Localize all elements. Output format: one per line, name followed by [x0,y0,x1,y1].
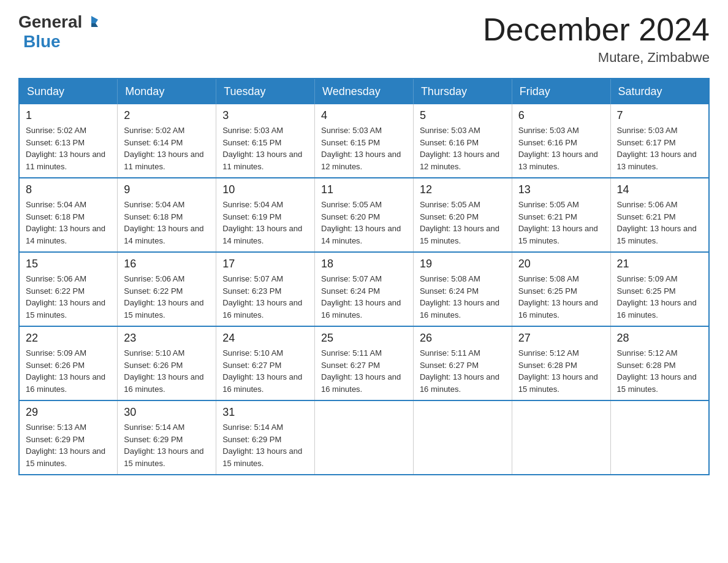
day-number: 13 [518,183,604,196]
calendar-cell: 25 Sunrise: 5:11 AM Sunset: 6:27 PM Dayl… [315,326,414,400]
day-info: Sunrise: 5:05 AM Sunset: 6:21 PM Dayligh… [518,199,604,247]
calendar-cell: 15 Sunrise: 5:06 AM Sunset: 6:22 PM Dayl… [19,252,118,326]
logo-general-text: General [18,12,82,32]
day-info: Sunrise: 5:05 AM Sunset: 6:20 PM Dayligh… [420,199,506,247]
day-info: Sunrise: 5:04 AM Sunset: 6:18 PM Dayligh… [26,199,111,247]
day-info: Sunrise: 5:04 AM Sunset: 6:19 PM Dayligh… [222,199,308,247]
calendar-cell: 27 Sunrise: 5:12 AM Sunset: 6:28 PM Dayl… [512,326,610,400]
calendar-cell [413,400,512,475]
day-number: 14 [617,183,702,196]
col-header-saturday: Saturday [610,79,709,104]
week-row-1: 1 Sunrise: 5:02 AM Sunset: 6:13 PM Dayli… [19,104,709,178]
day-number: 4 [321,109,407,122]
day-number: 7 [617,109,702,122]
day-info: Sunrise: 5:03 AM Sunset: 6:17 PM Dayligh… [617,124,702,172]
calendar-table: SundayMondayTuesdayWednesdayThursdayFrid… [18,78,710,475]
col-header-thursday: Thursday [413,79,512,104]
calendar-cell: 13 Sunrise: 5:05 AM Sunset: 6:21 PM Dayl… [512,178,610,252]
calendar-cell: 23 Sunrise: 5:10 AM Sunset: 6:26 PM Dayl… [118,326,216,400]
calendar-cell: 29 Sunrise: 5:13 AM Sunset: 6:29 PM Dayl… [19,400,118,475]
day-info: Sunrise: 5:04 AM Sunset: 6:18 PM Dayligh… [124,199,210,247]
col-header-sunday: Sunday [19,79,118,104]
day-number: 20 [518,258,604,270]
day-number: 28 [617,332,702,345]
day-info: Sunrise: 5:02 AM Sunset: 6:14 PM Dayligh… [124,124,210,172]
day-number: 1 [26,109,111,122]
calendar-cell: 1 Sunrise: 5:02 AM Sunset: 6:13 PM Dayli… [19,104,118,178]
logo-flag-icon [83,15,99,31]
day-info: Sunrise: 5:11 AM Sunset: 6:27 PM Dayligh… [321,347,407,395]
calendar-header-row: SundayMondayTuesdayWednesdayThursdayFrid… [19,79,709,104]
day-info: Sunrise: 5:07 AM Sunset: 6:24 PM Dayligh… [321,273,407,321]
day-number: 2 [124,109,210,122]
week-row-5: 29 Sunrise: 5:13 AM Sunset: 6:29 PM Dayl… [19,400,709,475]
calendar-cell: 30 Sunrise: 5:14 AM Sunset: 6:29 PM Dayl… [118,400,216,475]
week-row-2: 8 Sunrise: 5:04 AM Sunset: 6:18 PM Dayli… [19,178,709,252]
svg-marker-0 [91,16,98,23]
calendar-cell: 21 Sunrise: 5:09 AM Sunset: 6:25 PM Dayl… [610,252,709,326]
calendar-cell: 31 Sunrise: 5:14 AM Sunset: 6:29 PM Dayl… [216,400,315,475]
logo: General Blue [18,12,99,52]
day-info: Sunrise: 5:09 AM Sunset: 6:25 PM Dayligh… [617,273,702,321]
day-number: 18 [321,258,407,270]
day-number: 29 [26,406,111,419]
day-info: Sunrise: 5:10 AM Sunset: 6:27 PM Dayligh… [222,347,308,395]
calendar-cell: 12 Sunrise: 5:05 AM Sunset: 6:20 PM Dayl… [413,178,512,252]
day-info: Sunrise: 5:06 AM Sunset: 6:22 PM Dayligh… [124,273,210,321]
day-number: 16 [124,258,210,270]
calendar-cell: 17 Sunrise: 5:07 AM Sunset: 6:23 PM Dayl… [216,252,315,326]
day-info: Sunrise: 5:09 AM Sunset: 6:26 PM Dayligh… [26,347,111,395]
calendar-cell: 20 Sunrise: 5:08 AM Sunset: 6:25 PM Dayl… [512,252,610,326]
calendar-cell [315,400,414,475]
calendar-cell: 7 Sunrise: 5:03 AM Sunset: 6:17 PM Dayli… [610,104,709,178]
day-number: 27 [518,332,604,345]
day-number: 22 [26,332,111,345]
day-info: Sunrise: 5:10 AM Sunset: 6:26 PM Dayligh… [124,347,210,395]
logo-blue-text: Blue [23,32,61,52]
calendar-cell: 16 Sunrise: 5:06 AM Sunset: 6:22 PM Dayl… [118,252,216,326]
day-number: 23 [124,332,210,345]
calendar-title: December 2024 [483,12,710,47]
day-number: 6 [518,109,604,122]
day-number: 19 [420,258,506,270]
day-info: Sunrise: 5:03 AM Sunset: 6:15 PM Dayligh… [222,124,308,172]
calendar-cell: 8 Sunrise: 5:04 AM Sunset: 6:18 PM Dayli… [19,178,118,252]
col-header-tuesday: Tuesday [216,79,315,104]
calendar-cell: 2 Sunrise: 5:02 AM Sunset: 6:14 PM Dayli… [118,104,216,178]
calendar-cell: 11 Sunrise: 5:05 AM Sunset: 6:20 PM Dayl… [315,178,414,252]
day-info: Sunrise: 5:13 AM Sunset: 6:29 PM Dayligh… [26,421,111,469]
day-info: Sunrise: 5:06 AM Sunset: 6:22 PM Dayligh… [26,273,111,321]
day-number: 21 [617,258,702,270]
day-info: Sunrise: 5:03 AM Sunset: 6:15 PM Dayligh… [321,124,407,172]
day-number: 10 [222,183,308,196]
col-header-friday: Friday [512,79,610,104]
day-info: Sunrise: 5:03 AM Sunset: 6:16 PM Dayligh… [518,124,604,172]
day-info: Sunrise: 5:07 AM Sunset: 6:23 PM Dayligh… [222,273,308,321]
day-info: Sunrise: 5:12 AM Sunset: 6:28 PM Dayligh… [617,347,702,395]
calendar-cell: 4 Sunrise: 5:03 AM Sunset: 6:15 PM Dayli… [315,104,414,178]
day-info: Sunrise: 5:03 AM Sunset: 6:16 PM Dayligh… [420,124,506,172]
day-info: Sunrise: 5:06 AM Sunset: 6:21 PM Dayligh… [617,199,702,247]
svg-marker-1 [91,23,98,27]
day-number: 25 [321,332,407,345]
calendar-cell: 9 Sunrise: 5:04 AM Sunset: 6:18 PM Dayli… [118,178,216,252]
calendar-cell: 14 Sunrise: 5:06 AM Sunset: 6:21 PM Dayl… [610,178,709,252]
day-number: 17 [222,258,308,270]
col-header-monday: Monday [118,79,216,104]
calendar-subtitle: Mutare, Zimbabwe [483,50,710,66]
calendar-cell: 18 Sunrise: 5:07 AM Sunset: 6:24 PM Dayl… [315,252,414,326]
calendar-cell: 22 Sunrise: 5:09 AM Sunset: 6:26 PM Dayl… [19,326,118,400]
day-number: 3 [222,109,308,122]
day-number: 8 [26,183,111,196]
calendar-cell: 5 Sunrise: 5:03 AM Sunset: 6:16 PM Dayli… [413,104,512,178]
day-info: Sunrise: 5:14 AM Sunset: 6:29 PM Dayligh… [124,421,210,469]
week-row-4: 22 Sunrise: 5:09 AM Sunset: 6:26 PM Dayl… [19,326,709,400]
day-number: 5 [420,109,506,122]
day-number: 26 [420,332,506,345]
day-number: 12 [420,183,506,196]
day-number: 9 [124,183,210,196]
calendar-cell [610,400,709,475]
calendar-cell: 24 Sunrise: 5:10 AM Sunset: 6:27 PM Dayl… [216,326,315,400]
page-header: General Blue December 2024 Mutare, Zimba… [18,12,710,66]
calendar-cell: 10 Sunrise: 5:04 AM Sunset: 6:19 PM Dayl… [216,178,315,252]
